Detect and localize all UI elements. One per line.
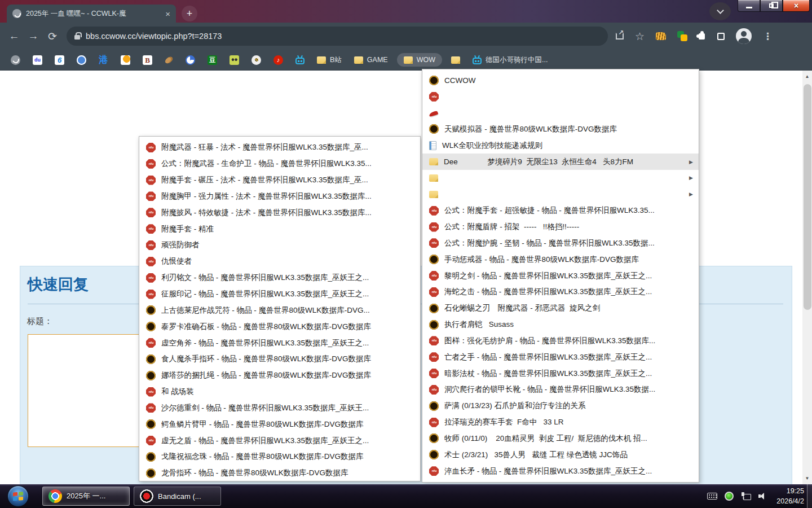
share-icon[interactable] — [616, 33, 624, 40]
tray-clock[interactable]: 19:25 2026/4/2 — [776, 486, 804, 506]
bookmark-item[interactable]: B站 — [317, 55, 342, 65]
bookmark-item[interactable] — [165, 58, 173, 63]
start-button[interactable] — [7, 485, 29, 507]
bookmark-item[interactable]: ♪ — [273, 55, 283, 65]
bookmark-menu-item[interactable]: 暗影法杖 - 物品 - 魔兽世界怀旧服WLK3.35数据库_巫妖王之... ▶ — [422, 365, 699, 382]
bookmark-menu-item[interactable]: 附魔胸甲 - 强力属性 - 法术 - 魔兽世界怀旧服WLK3.35数据库... … — [139, 189, 420, 205]
bookmark-menu-item[interactable]: 附魔武器 - 狂暴 - 法术 - 魔兽世界怀旧服WLK3.35数据库_巫... … — [139, 139, 420, 156]
address-bar[interactable]: bbs.ccwow.cc/viewtopic.php?t=28173 — [67, 27, 608, 46]
bookmark-menu-item[interactable]: 公式：附魔盾牌 - 招架 ----- !!格挡!!----- ▶ — [422, 219, 699, 235]
tab-search-button[interactable] — [709, 2, 731, 20]
bookmark-menu-item[interactable]: Dee 梦境碎片9 无限尘13 永恒生命4 头8力FM ▶ — [422, 154, 699, 170]
bookmark-menu-item[interactable]: 虚空角斧 - 物品 - 魔兽世界怀旧服WLK3.35数据库_巫妖王之... ▶ — [139, 335, 420, 351]
bookmark-menu-item[interactable]: 和 战场装 ▶ — [139, 384, 420, 400]
network-icon[interactable] — [741, 492, 751, 501]
scroll-up-icon[interactable]: ▲ — [802, 74, 812, 79]
keyboard-tray-icon[interactable] — [707, 493, 717, 500]
bookmark-menu-item[interactable]: ▶ — [422, 105, 699, 121]
bookmark-menu-item[interactable]: 公式：附魔手套 - 超强敏捷 - 物品 - 魔兽世界怀旧服WLK3.35... … — [422, 203, 699, 219]
record-status-icon[interactable] — [725, 492, 734, 501]
bookmark-menu-item[interactable]: 利刃铭文 - 物品 - 魔兽世界怀旧服WLK3.35数据库_巫妖王之... ▶ — [139, 270, 420, 286]
bookmark-menu-item[interactable]: 手动惩戒器 - 物品 - 魔兽世界80级WLK数据库-DVG数据库 ▶ — [422, 251, 699, 268]
bookmark-item[interactable] — [295, 56, 304, 64]
bookmark-item[interactable] — [230, 55, 239, 65]
bookmark-menu-item[interactable]: 上古德莱尼作战咒符 - 物品 - 魔兽世界80级WLK数据库-DVG... ▶ — [139, 302, 420, 318]
bookmark-menu-item[interactable]: 萨满 (0/13/23) 石爪护盾和治疗专注的关系 ▶ — [422, 398, 699, 414]
speaker-icon[interactable] — [758, 492, 768, 501]
bookmark-item[interactable] — [451, 56, 460, 64]
close-button[interactable]: × — [783, 0, 810, 12]
menu-dots-icon[interactable]: ⋮ — [763, 30, 773, 42]
bookmark-item[interactable]: 6 — [55, 55, 64, 65]
bookmark-menu-item[interactable]: 图样：强化毛纺护肩 - 物品 - 魔兽世界怀旧服WLK3.35数据库... ▶ — [422, 333, 699, 349]
bookmark-star-icon[interactable]: ☆ — [635, 30, 645, 43]
reload-button[interactable]: ⟳ — [43, 27, 62, 46]
tab-close-icon[interactable]: × — [164, 10, 171, 18]
minimize-button[interactable] — [738, 0, 760, 12]
bookmark-menu-item[interactable]: 鳄鱼鳞片臂甲 - 物品 - 魔兽世界80级WLK数据库-DVG数据库 ▶ — [139, 416, 420, 432]
extensions-puzzle-icon[interactable] — [699, 33, 705, 40]
square-extension-icon[interactable] — [717, 33, 725, 40]
bookmark-item[interactable] — [77, 55, 86, 65]
bookmark-menu-item[interactable]: 天赋模拟器 - 魔兽世界80级WLK数据库-DVG数据库 ▶ — [422, 121, 699, 138]
bookmark-menu-item[interactable]: 公式：附魔武器 - 生命护卫 - 物品 - 魔兽世界怀旧服WLK3.35... … — [139, 156, 420, 172]
title-field-label: 标题： — [27, 316, 52, 327]
bookmark-item[interactable] — [121, 55, 130, 65]
new-tab-button[interactable]: + — [182, 6, 197, 21]
bookmark-menu-item[interactable]: 海蛇之击 - 物品 - 魔兽世界怀旧服WLK3.35数据库_巫妖王之... ▶ — [422, 284, 699, 300]
bookmark-menu-item[interactable]: 附魔披风 - 特效敏捷 - 法术 - 魔兽世界怀旧服WLK3.35数据库... … — [139, 204, 420, 221]
bookmark-menu-item[interactable]: 拉泽瑞克的赛车手套 F命中 33 LR ▶ — [422, 414, 699, 431]
scroll-down-icon[interactable]: ▼ — [802, 476, 812, 481]
bookmark-menu-item[interactable]: 征服印记 - 物品 - 魔兽世界怀旧服WLK3.35数据库_巫妖王之... ▶ — [139, 286, 420, 303]
browser-tab[interactable]: 2025年 一血 嘿嘿~ - CCWLK-魔 × — [7, 5, 176, 23]
bookmark-item[interactable] — [186, 55, 195, 65]
cat-extension-icon[interactable] — [656, 32, 666, 40]
bookmark-item[interactable]: 豆 — [208, 55, 217, 65]
wow-icon — [429, 304, 439, 313]
bookmark-item[interactable]: GAME — [354, 56, 388, 64]
bookmark-menu-item[interactable]: 附魔手套 - 精准 ▶ — [139, 221, 420, 237]
bookmark-menu-item[interactable]: 执行者肩铠 Susass ▶ — [422, 317, 699, 333]
bookmark-menu-item[interactable]: 洞穴爬行者的锁甲长靴 - 物品 - 魔兽世界怀旧服WLK3.35数据... ▶ — [422, 382, 699, 398]
bookmark-menu-item[interactable]: 娜塔莎的捆扎绳 - 物品 - 魔兽世界80级WLK数据库-DVG数据库 ▶ — [139, 367, 420, 384]
restore-button[interactable] — [760, 0, 783, 12]
bookmark-menu-item[interactable]: ▶ — [422, 186, 699, 203]
bookmark-menu-item[interactable]: 亡者之手 - 物品 - 魔兽世界怀旧服WLK3.35数据库_巫妖王之... ▶ — [422, 349, 699, 365]
bookmark-item[interactable]: 港 — [99, 55, 108, 65]
profile-avatar[interactable] — [736, 28, 752, 44]
bookmark-menu-item[interactable]: CCWOW ▶ — [422, 72, 699, 89]
taskbar-chrome-button[interactable]: 2025年 一... — [42, 487, 130, 506]
bookmark-menu-item[interactable]: 沙尔德重剑 - 物品 - 魔兽世界怀旧服WLK3.35数据库_巫妖王... ▶ — [139, 400, 420, 417]
bookmark-item[interactable]: WOW — [397, 53, 442, 67]
bookmark-item[interactable]: B — [143, 55, 152, 65]
bookmark-menu-item[interactable]: 戈隆祝福念珠 - 物品 - 魔兽世界80级WLK数据库-DVG数据库 ▶ — [139, 449, 420, 465]
forward-button[interactable]: → — [24, 27, 43, 46]
bookmark-menu-item[interactable]: 公式：附魔护腕 - 坚韧 - 物品 - 魔兽世界怀旧服WLK3.35数据... … — [422, 235, 699, 251]
page-scrollbar[interactable]: ▲ ▼ — [802, 71, 812, 484]
bookmark-menu-item[interactable]: ▶ — [422, 89, 699, 105]
bookmark-menu-item[interactable]: 石化蜥蜴之刃 附魔武器 - 邪恶武器 旋风之剑 ▶ — [422, 300, 699, 317]
back-button[interactable]: ← — [5, 27, 24, 46]
chevron-down-icon — [717, 7, 724, 14]
scrollbar-thumb[interactable] — [804, 84, 811, 310]
bookmark-item[interactable] — [251, 55, 261, 65]
bookmark-menu-item[interactable]: 淬血长矛 - 物品 - 魔兽世界怀旧服WLK3.35数据库_巫妖王之... ▶ — [422, 463, 699, 479]
taskbar-bandicam-button[interactable]: Bandicam (... — [134, 487, 221, 506]
bookmark-item[interactable]: 德国小哥骑行中国... — [473, 55, 548, 65]
show-desktop-button[interactable] — [807, 484, 812, 508]
bookmark-menu-item[interactable]: ▶ — [422, 170, 699, 186]
bookmark-menu-item[interactable]: 食人魔杀手指环 - 物品 - 魔兽世界80级WLK数据库-DVG数据库 ▶ — [139, 351, 420, 367]
bookmark-menu-item[interactable]: 虚无之盾 - 物品 - 魔兽世界怀旧服WLK3.35数据库_巫妖王之... ▶ — [139, 432, 420, 449]
bookmark-menu-item[interactable]: 附魔手套 - 碾压 - 法术 - 魔兽世界怀旧服WLK3.35数据库_巫... … — [139, 172, 420, 189]
bookmark-menu-item[interactable]: 黎明之剑 - 物品 - 魔兽世界怀旧服WLK3.35数据库_巫妖王之... ▶ — [422, 268, 699, 284]
bookmark-item[interactable]: du — [33, 55, 42, 65]
bookmark-menu-item[interactable]: 龙骨指环 - 物品 - 魔兽世界80级WLK数据库-DVG数据库 ▶ — [139, 465, 420, 481]
bookmark-menu-item[interactable]: 仇恨使者 ▶ — [139, 253, 420, 270]
bookmark-menu-item[interactable]: 牧师 (0/11/0) 20血精灵男 剥皮 工程/ 斯尼德的伐木机 招... ▶ — [422, 431, 699, 447]
bookmark-menu-item[interactable]: 术士 (2/3/21) 35兽人男 裁缝 工程 绿色透镜 JJC饰品 ▶ — [422, 446, 699, 463]
bookmark-item[interactable] — [11, 55, 20, 65]
bookmark-menu-item[interactable]: WLK全职业控制技能递减规则 ▶ — [422, 137, 699, 154]
boxes-extension-icon[interactable] — [677, 31, 687, 41]
bookmark-menu-item[interactable]: 顽强防御者 ▶ — [139, 237, 420, 253]
bookmark-menu-item[interactable]: 泰罗卡准确石板 - 物品 - 魔兽世界80级WLK数据库-DVG数据库 ▶ — [139, 318, 420, 335]
